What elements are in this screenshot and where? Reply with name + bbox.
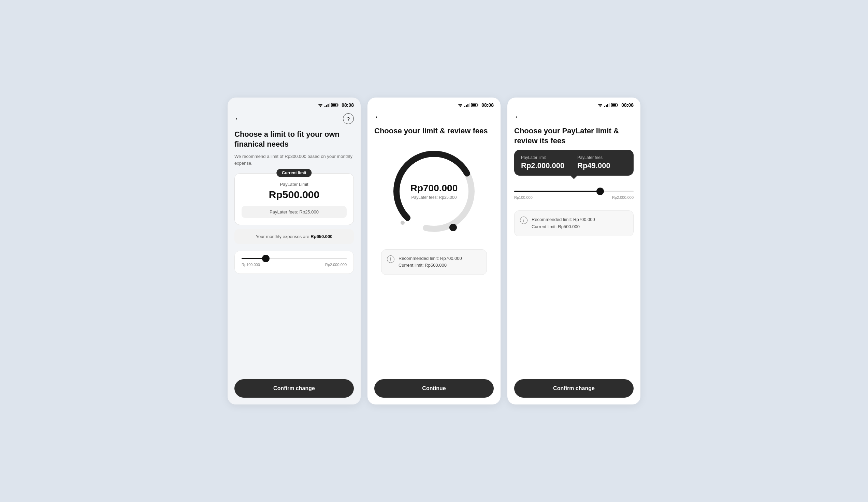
slider-section-1: Rp100.000 Rp2.000.000 bbox=[235, 251, 354, 274]
svg-marker-24 bbox=[599, 106, 601, 107]
svg-rect-28 bbox=[609, 103, 610, 107]
status-icons-3: 08:08 bbox=[597, 102, 633, 108]
svg-rect-16 bbox=[469, 103, 470, 107]
slider-wrapper-3 bbox=[514, 184, 633, 192]
tooltip-fees-value: Rp49.000 bbox=[577, 161, 627, 170]
status-time-3: 08:08 bbox=[621, 102, 633, 108]
back-button-1[interactable]: ← bbox=[235, 115, 242, 123]
wifi-icon bbox=[318, 103, 323, 107]
dial-thumb[interactable] bbox=[450, 224, 457, 231]
screen-1-subtitle: We recommend a limit of Rp300.000 based … bbox=[235, 153, 354, 166]
dial-start-dot bbox=[401, 221, 405, 225]
svg-marker-12 bbox=[459, 106, 461, 107]
svg-rect-26 bbox=[606, 105, 607, 107]
continue-button-2[interactable]: Continue bbox=[374, 379, 494, 398]
screen-3-title: Choose your PayLater limit & review its … bbox=[514, 126, 633, 146]
svg-rect-9 bbox=[332, 104, 337, 106]
slider-min-3: Rp100.000 bbox=[514, 196, 533, 199]
expenses-card-1: Your monthly expenses are Rp650.000 bbox=[235, 229, 354, 244]
status-icons-1: 08:08 bbox=[318, 102, 354, 108]
svg-rect-13 bbox=[464, 106, 465, 107]
tooltip-fees-col: PayLater fees Rp49.000 bbox=[577, 155, 627, 170]
slider-thumb-1[interactable] bbox=[262, 255, 270, 262]
slider-wrapper-1 bbox=[241, 258, 347, 259]
svg-rect-3 bbox=[324, 106, 326, 107]
screen-1-title: Choose a limit to fit your own finanical… bbox=[235, 129, 354, 149]
info-line2-3: Current limit: Rp500.000 bbox=[531, 223, 595, 231]
screen-2-content: Choose your limit & review fees bbox=[368, 126, 500, 405]
status-bar-3: 08:08 bbox=[507, 97, 640, 111]
nav-bar-1: ← ? bbox=[228, 111, 361, 129]
limit-label-1: PayLater Limit bbox=[241, 182, 347, 187]
tooltip-limit-label: PayLater limit bbox=[521, 155, 570, 160]
svg-rect-5 bbox=[328, 104, 329, 107]
nav-bar-3: ← bbox=[507, 111, 640, 126]
screen-3: 08:08 ← Choose your PayLater limit & rev… bbox=[507, 97, 640, 405]
info-card-3: i Recommended limit: Rp700.000 Current l… bbox=[514, 210, 633, 236]
slider-track-3 bbox=[514, 191, 633, 192]
svg-rect-25 bbox=[604, 106, 605, 107]
svg-marker-2 bbox=[320, 106, 321, 107]
fees-pill-1: PayLater fees: Rp25.000 bbox=[241, 206, 347, 218]
svg-rect-6 bbox=[329, 103, 330, 107]
wifi-icon-2 bbox=[457, 103, 463, 107]
status-icons-2: 08:08 bbox=[457, 102, 494, 108]
dial-amount: Rp700.000 bbox=[411, 183, 458, 194]
slider-track-1 bbox=[241, 258, 347, 259]
expenses-highlight-1: Rp650.000 bbox=[310, 234, 332, 239]
status-time-1: 08:08 bbox=[342, 102, 354, 108]
tooltip-limit-value: Rp2.000.000 bbox=[521, 161, 570, 170]
svg-rect-15 bbox=[467, 104, 468, 107]
battery-icon-2 bbox=[471, 103, 479, 107]
dial-center: Rp700.000 PayLater fees: Rp25.000 bbox=[411, 183, 458, 200]
info-icon-2: i bbox=[387, 255, 394, 263]
expenses-text-1: Your monthly expenses are bbox=[256, 234, 311, 239]
screens-container: 08:08 ← ? Choose a limit to fit your own… bbox=[228, 97, 640, 405]
info-text-3: Recommended limit: Rp700.000 Current lim… bbox=[531, 216, 595, 231]
slider-min-1: Rp100.000 bbox=[241, 263, 260, 267]
status-bar-2: 08:08 bbox=[368, 97, 500, 111]
tooltip-limit-col: PayLater limit Rp2.000.000 bbox=[521, 155, 570, 170]
svg-rect-4 bbox=[326, 105, 327, 107]
status-bar-1: 08:08 bbox=[228, 97, 361, 111]
dial-container: Rp700.000 PayLater fees: Rp25.000 bbox=[374, 140, 494, 249]
screen-2-title: Choose your limit & review fees bbox=[374, 126, 494, 136]
back-button-2[interactable]: ← bbox=[374, 113, 382, 121]
help-button-1[interactable]: ? bbox=[343, 113, 354, 124]
screen-2: 08:08 ← Choose your limit & review fees bbox=[368, 97, 500, 405]
info-card-2: i Recommended limit: Rp700.000 Current l… bbox=[381, 249, 487, 275]
slider-thumb-3[interactable] bbox=[597, 188, 604, 195]
status-time-2: 08:08 bbox=[482, 102, 494, 108]
slider-labels-3: Rp100.000 Rp2.000.000 bbox=[514, 196, 633, 199]
svg-rect-8 bbox=[338, 104, 339, 106]
confirm-button-3[interactable]: Confirm change bbox=[514, 379, 633, 398]
screen-1-content: Choose a limit to fit your own finanical… bbox=[228, 129, 361, 405]
signal-icon-3 bbox=[604, 103, 610, 107]
signal-icon-2 bbox=[464, 103, 470, 107]
info-line1-2: Recommended limit: Rp700.000 bbox=[399, 255, 462, 262]
slider-max-1: Rp2.000.000 bbox=[325, 263, 347, 267]
limit-value-1: Rp500.000 bbox=[241, 189, 347, 200]
tooltip-fees-label: PayLater fees bbox=[577, 155, 627, 160]
slider-fill-3 bbox=[514, 191, 600, 192]
screen-1: 08:08 ← ? Choose a limit to fit your own… bbox=[228, 97, 361, 405]
tooltip-card: PayLater limit Rp2.000.000 PayLater fees… bbox=[514, 150, 633, 176]
battery-icon-3 bbox=[611, 103, 619, 107]
wifi-icon-3 bbox=[597, 103, 603, 107]
slider-max-3: Rp2.000.000 bbox=[612, 196, 633, 199]
info-line1-3: Recommended limit: Rp700.000 bbox=[531, 216, 595, 223]
svg-rect-27 bbox=[607, 104, 608, 107]
info-text-2: Recommended limit: Rp700.000 Current lim… bbox=[399, 255, 462, 269]
info-icon-3: i bbox=[520, 217, 527, 224]
nav-bar-2: ← bbox=[368, 111, 500, 126]
svg-rect-31 bbox=[612, 104, 616, 106]
svg-rect-30 bbox=[618, 104, 618, 106]
slider-labels-1: Rp100.000 Rp2.000.000 bbox=[241, 263, 347, 267]
back-button-3[interactable]: ← bbox=[514, 113, 522, 121]
battery-icon bbox=[331, 103, 339, 107]
info-line2-2: Current limit: Rp500.000 bbox=[399, 262, 462, 269]
svg-rect-19 bbox=[472, 104, 476, 106]
dial-fees: PayLater fees: Rp25.000 bbox=[411, 195, 458, 200]
confirm-button-1[interactable]: Confirm change bbox=[235, 379, 354, 398]
signal-icon bbox=[324, 103, 330, 107]
